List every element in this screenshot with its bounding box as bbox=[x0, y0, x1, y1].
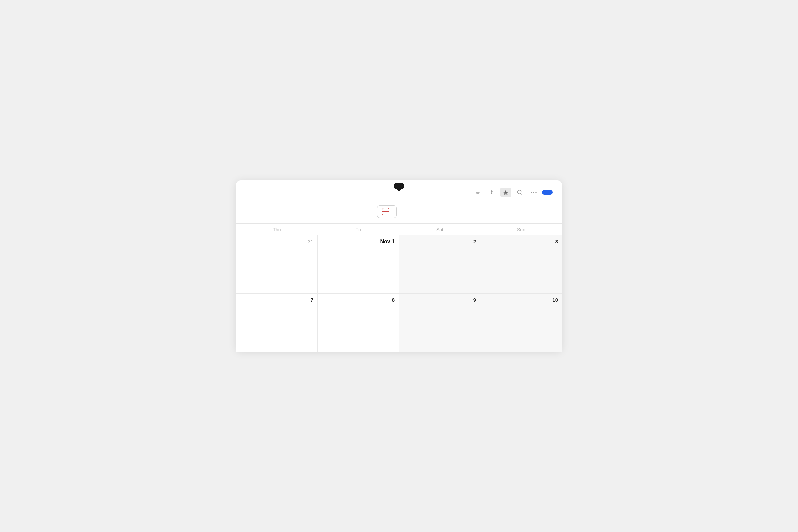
filter-button[interactable] bbox=[472, 188, 483, 197]
svg-point-9 bbox=[533, 191, 534, 193]
prev-button[interactable] bbox=[401, 210, 407, 213]
svg-point-10 bbox=[535, 191, 537, 193]
day-header-fri: Fri bbox=[318, 224, 399, 235]
sort-icon bbox=[489, 189, 495, 195]
next-button[interactable] bbox=[416, 210, 421, 213]
calendar-card: ThuFriSatSun 31Nov 12378910 bbox=[236, 180, 562, 352]
search-button[interactable] bbox=[514, 188, 525, 197]
day-number: 8 bbox=[322, 297, 395, 303]
more-button[interactable] bbox=[528, 190, 539, 195]
day-cell[interactable]: 9 bbox=[399, 293, 480, 352]
day-number: 31 bbox=[240, 239, 313, 244]
day-headers: ThuFriSatSun bbox=[236, 223, 562, 235]
day-number: 10 bbox=[484, 297, 558, 303]
day-header-thu: Thu bbox=[236, 224, 318, 235]
sort-button[interactable] bbox=[486, 188, 497, 197]
more-icon bbox=[531, 191, 537, 193]
svg-line-7 bbox=[521, 193, 522, 195]
automation-button[interactable] bbox=[500, 188, 511, 197]
toolbar bbox=[236, 180, 562, 202]
day-cell[interactable]: 10 bbox=[480, 293, 562, 352]
day-number: 3 bbox=[484, 239, 558, 244]
svg-point-8 bbox=[531, 191, 532, 193]
day-cell[interactable]: 7 bbox=[236, 293, 318, 352]
day-cell[interactable]: 31 bbox=[236, 235, 318, 293]
calendar-days: 31Nov 12378910 bbox=[236, 235, 562, 352]
new-button[interactable] bbox=[542, 190, 553, 194]
day-number: 2 bbox=[403, 239, 476, 244]
open-in-calendar-button[interactable] bbox=[377, 206, 397, 218]
filter-icon bbox=[475, 189, 481, 195]
day-cell[interactable]: Nov 1 bbox=[318, 235, 399, 293]
day-header-sun: Sun bbox=[480, 224, 562, 235]
automation-icon bbox=[503, 189, 509, 195]
day-cell[interactable]: 2 bbox=[399, 235, 480, 293]
day-number: 7 bbox=[240, 297, 313, 303]
calendar-icon bbox=[382, 208, 390, 215]
svg-point-6 bbox=[518, 190, 521, 194]
day-number: 9 bbox=[403, 297, 476, 303]
day-cell[interactable]: 3 bbox=[480, 235, 562, 293]
search-icon bbox=[517, 189, 523, 195]
day-header-sat: Sat bbox=[399, 224, 480, 235]
calendar-nav bbox=[236, 202, 562, 223]
day-cell[interactable]: 8 bbox=[318, 293, 399, 352]
day-number: Nov 1 bbox=[322, 239, 395, 245]
